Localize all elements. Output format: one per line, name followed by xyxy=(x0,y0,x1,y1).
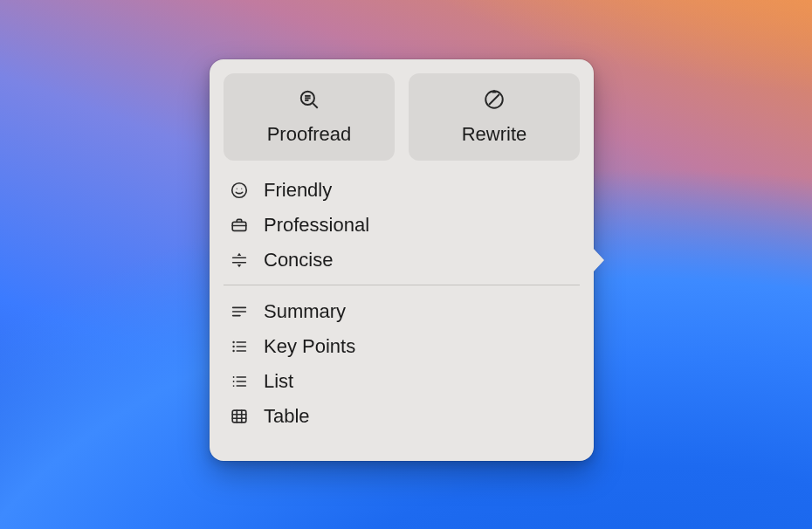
proofread-label: Proofread xyxy=(267,123,352,146)
rewrite-icon xyxy=(483,88,506,114)
menu-item-concise[interactable]: Concise xyxy=(224,243,580,278)
svg-point-25 xyxy=(233,385,235,387)
proofread-icon xyxy=(298,88,320,114)
concise-icon xyxy=(229,250,250,271)
menu-item-professional[interactable]: Professional xyxy=(224,208,580,243)
svg-point-8 xyxy=(237,189,237,189)
svg-point-17 xyxy=(232,341,234,343)
menu-item-summary[interactable]: Summary xyxy=(224,294,580,329)
svg-line-6 xyxy=(489,94,499,105)
menu-item-label: Table xyxy=(264,405,310,428)
table-icon xyxy=(229,406,250,427)
menu-item-label: Key Points xyxy=(264,335,355,358)
menu-item-list[interactable]: List xyxy=(224,364,580,399)
svg-point-9 xyxy=(241,189,242,189)
top-button-row: Proofread Rewrite xyxy=(224,73,580,161)
menu-item-label: Concise xyxy=(264,249,333,271)
svg-point-23 xyxy=(233,376,235,378)
menu-item-label: Friendly xyxy=(264,179,332,202)
rewrite-label: Rewrite xyxy=(462,123,527,146)
svg-line-1 xyxy=(313,103,317,107)
bullet-list-icon xyxy=(229,336,250,357)
svg-rect-10 xyxy=(232,222,246,230)
svg-rect-29 xyxy=(232,410,246,423)
menu-item-friendly[interactable]: Friendly xyxy=(224,173,580,208)
tone-section: Friendly Professional xyxy=(224,173,580,278)
list-icon xyxy=(229,371,250,392)
format-section: Summary Key Points xyxy=(224,294,580,434)
rewrite-button[interactable]: Rewrite xyxy=(409,73,580,161)
svg-point-18 xyxy=(232,346,234,347)
menu-item-label: Professional xyxy=(264,214,369,237)
separator xyxy=(224,285,580,285)
writing-tools-popover: Proofread Rewrite xyxy=(210,59,594,461)
menu-item-label: Summary xyxy=(264,300,346,323)
svg-point-7 xyxy=(232,183,247,198)
briefcase-icon xyxy=(229,215,250,236)
smile-icon xyxy=(229,180,250,201)
summary-icon xyxy=(229,301,250,322)
svg-point-24 xyxy=(233,381,235,382)
menu-item-label: List xyxy=(264,370,293,393)
proofread-button[interactable]: Proofread xyxy=(224,73,395,161)
svg-point-19 xyxy=(232,350,234,352)
menu-item-key-points[interactable]: Key Points xyxy=(224,329,580,364)
menu-item-table[interactable]: Table xyxy=(224,399,580,434)
